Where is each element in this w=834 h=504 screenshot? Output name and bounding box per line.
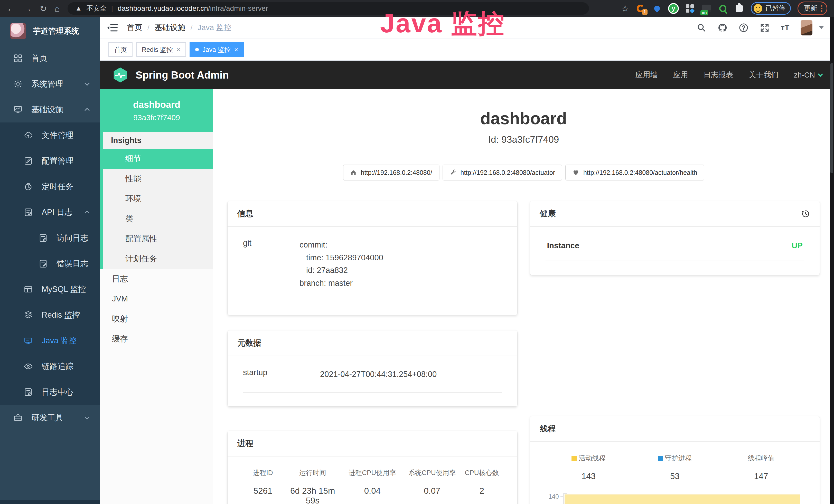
forward-icon[interactable]: → [23, 4, 32, 13]
sba-nav: 应用墙 应用 日志报表 关于我们 zh-CN [635, 70, 822, 80]
sidebar-item-home[interactable]: 首页 [0, 45, 100, 71]
info-card: 信息 git commit: time: 1596289704000 id: 2… [227, 201, 517, 315]
sba-menu-environment[interactable]: 环境 [103, 189, 213, 209]
sba-locale-select[interactable]: zh-CN [794, 71, 822, 79]
user-menu-caret-icon[interactable] [819, 26, 824, 29]
sba-nav-applications[interactable]: 应用 [673, 70, 688, 80]
sba-nav-journal[interactable]: 日志报表 [704, 70, 733, 80]
browser-update-button[interactable]: 更新 [797, 2, 827, 15]
sba-menu-logs[interactable]: 日志 [100, 269, 213, 289]
sidebar-item-label: 链路追踪 [42, 361, 73, 372]
sba-body: dashboard 93a3fc7f7409 Insights 细节 性能 环境… [100, 89, 834, 504]
sidebar-item-dev-tools[interactable]: 研发工具 [0, 405, 100, 431]
actuator-url-button[interactable]: http://192.168.0.2:48080/actuator [443, 165, 562, 181]
sidebar-item-mysql-monitor[interactable]: MySQL 监控 [0, 276, 100, 302]
document-edit-icon [39, 233, 48, 243]
bookmark-star-icon[interactable]: ☆ [621, 4, 629, 13]
user-avatar[interactable] [800, 20, 812, 36]
sidebar-item-api-logs[interactable]: API 日志 [0, 200, 100, 225]
reload-icon[interactable]: ↻ [40, 4, 47, 13]
breadcrumb-home[interactable]: 首页 [127, 22, 142, 33]
process-col-cpus: CPU核心数 2 [462, 468, 502, 504]
insights-group-title: Insights [103, 132, 213, 148]
service-url-button[interactable]: http://192.168.0.2:48080/ [343, 165, 439, 181]
sidebar-item-access-logs[interactable]: 访问日志 [0, 225, 100, 251]
github-icon[interactable] [718, 23, 727, 32]
extension-y-icon[interactable]: y [668, 4, 678, 13]
sidebar-item-scheduled-jobs[interactable]: 定时任务 [0, 174, 100, 200]
threads-live: 活动线程 143 [546, 454, 632, 481]
sidebar-item-label: 访问日志 [57, 233, 88, 244]
paused-extension-badge[interactable]: 已暂停 [751, 2, 791, 15]
close-icon[interactable]: × [176, 46, 180, 53]
sba-menu-config-props[interactable]: 配置属性 [103, 229, 213, 249]
card-title: 信息 [237, 208, 253, 219]
scrollbar-thumb[interactable] [830, 63, 833, 173]
sidebar-item-trace[interactable]: 链路追踪 [0, 353, 100, 379]
monitor-icon [13, 105, 23, 114]
extension-switch-icon[interactable]: on [701, 4, 711, 13]
sidebar-item-error-logs[interactable]: 错误日志 [0, 251, 100, 276]
sidebar-item-label: 定时任务 [42, 181, 73, 192]
sidebar-fold-icon[interactable] [107, 23, 118, 32]
sba-menu-metrics[interactable]: 性能 [103, 169, 213, 189]
sidebar-collapse-bar[interactable] [0, 500, 100, 504]
sidebar-item-config-management[interactable]: 配置管理 [0, 148, 100, 174]
y-tick-140: 140 [546, 493, 559, 500]
extension-puzzle-icon[interactable] [734, 4, 744, 13]
breadcrumb-separator: / [148, 24, 150, 32]
document-edit-icon [24, 208, 33, 217]
back-icon[interactable]: ← [7, 4, 16, 13]
extension-colorzilla-icon[interactable]: 1 [636, 4, 645, 13]
sba-root-menu: 日志 JVM 映射 缓存 [100, 269, 213, 349]
threads-area-chart: 140 120 100 [546, 493, 805, 504]
java-monitor-icon [24, 336, 33, 345]
app-logo-row[interactable]: 芋道管理系统 [0, 17, 100, 45]
cards-left-column: 信息 git commit: time: 1596289704000 id: 2… [227, 201, 517, 504]
threads-stats: 活动线程 143 守护进程 53 线程峰值 147 [546, 454, 805, 481]
page-title: dashboard [213, 109, 834, 128]
sidebar-item-system-management[interactable]: 系统管理 [0, 71, 100, 97]
legend-daemon-threads-icon [658, 456, 663, 461]
sba-menu-scheduled-tasks[interactable]: 计划任务 [103, 249, 213, 269]
sidebar-item-infrastructure[interactable]: 基础设施 [0, 97, 100, 122]
cards-right-column: 健康 Instance UP 线程 [530, 201, 820, 504]
address-bar[interactable]: ▲ 不安全 | dashboard.yudao.iocoder.cn/infra… [68, 2, 589, 15]
sba-menu-details[interactable]: 细节 [103, 148, 213, 169]
menu-dots-icon[interactable] [821, 5, 822, 12]
tab-redis-monitor[interactable]: Redis 监控 × [136, 42, 186, 57]
app-title: 芋道管理系统 [33, 26, 79, 37]
browser-scrollbar[interactable] [830, 17, 834, 504]
sba-menu-caches[interactable]: 缓存 [100, 329, 213, 349]
extension-pin-icon[interactable] [652, 4, 662, 13]
breadcrumb-infrastructure[interactable]: 基础设施 [155, 22, 185, 33]
help-icon[interactable] [739, 23, 748, 32]
health-url-button[interactable]: http://192.168.0.2:48080/actuator/health [565, 165, 704, 181]
sba-menu-jvm[interactable]: JVM [100, 289, 213, 309]
sba-menu-classes[interactable]: 类 [103, 209, 213, 229]
close-icon[interactable]: × [234, 46, 238, 53]
sba-nav-about[interactable]: 关于我们 [749, 70, 778, 80]
process-card: 进程 进程ID 5261 运行时间 6d 23h 15m 59s [227, 431, 517, 504]
tab-java-monitor[interactable]: Java 监控 × [190, 42, 244, 57]
tab-home[interactable]: 首页 [108, 42, 133, 57]
sidebar-item-redis-monitor[interactable]: Redis 监控 [0, 302, 100, 328]
sba-navbar: Spring Boot Admin 应用墙 应用 日志报表 关于我们 zh-CN [100, 61, 834, 89]
extension-grid-icon[interactable] [685, 4, 695, 13]
home-icon[interactable]: ⌂ [55, 4, 60, 13]
sba-brand[interactable]: Spring Boot Admin [112, 67, 229, 83]
sidebar-item-java-monitor[interactable]: Java 监控 [0, 328, 100, 353]
breadcrumb-separator: / [191, 24, 193, 32]
fullscreen-icon[interactable] [760, 23, 770, 32]
search-icon[interactable] [697, 23, 706, 32]
sidebar-item-file-management[interactable]: 文件管理 [0, 122, 100, 148]
divider: | [111, 4, 113, 13]
sba-nav-wallboard[interactable]: 应用墙 [635, 70, 658, 80]
sba-menu-mappings[interactable]: 映射 [100, 309, 213, 329]
threads-card: 线程 活动线程 143 守护进程 53 [530, 416, 820, 504]
sidebar-item-log-center[interactable]: 日志中心 [0, 379, 100, 405]
font-size-icon[interactable]: тT [781, 23, 789, 32]
extension-magnifier-icon[interactable] [718, 4, 728, 13]
instance-header[interactable]: dashboard 93a3fc7f7409 [100, 89, 213, 132]
history-icon[interactable] [800, 209, 810, 218]
